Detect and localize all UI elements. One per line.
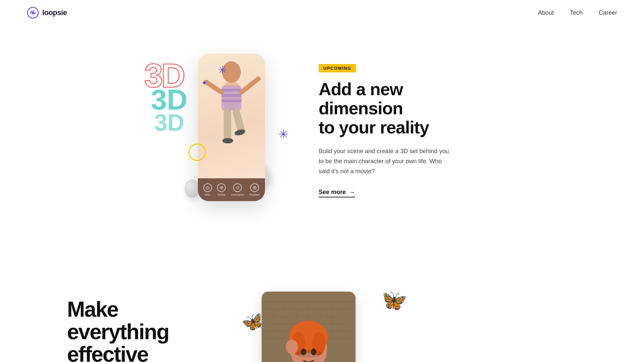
noise-symbol: ⊕ [220,185,223,190]
portrait-person [262,292,356,362]
logo-text: loopsie [42,8,67,17]
phone-nav-bar: ◎ Blur ⊕ Noise ⊙ [198,178,265,201]
number-3d-teal2: 3D [154,112,184,133]
description-3d: Build your scene and create a 3D set beh… [319,146,453,176]
content-3d-section: UPCOMING Add a new dimension to your rea… [319,64,480,198]
phone-screen: ◎ Blur ⊕ Noise ⊙ [198,54,265,201]
svg-point-40 [286,340,298,354]
heading-line2: to your reality [319,118,429,137]
animation-icon: ⊙ [233,183,242,192]
phone-visual: 3D 3D 3D ✳ ✦ ✳ [164,47,278,215]
main-content: 3D 3D 3D ✳ ✦ ✳ [0,0,644,362]
blur-symbol: ◎ [206,185,209,190]
dancer-figure [200,54,263,171]
blur-icon: ◎ [203,183,212,192]
nav-about[interactable]: About [538,9,554,16]
explore-label: Explore [250,193,260,196]
portrait-card [262,292,356,362]
svg-rect-6 [221,94,241,97]
star-decoration-right: ✳ [278,127,288,141]
section-butterflies: Make everything effective [0,278,644,362]
noise-label: Noise [218,193,225,196]
explore-icon: ⊞ [250,183,259,192]
upcoming-badge: UPCOMING [319,64,356,72]
see-more-text: See more [319,189,346,196]
decorative-blob-2 [184,179,200,198]
bar-explore: ⊞ Explore [250,183,260,196]
svg-point-42 [295,350,322,358]
animation-label: Animation [231,193,244,196]
logo-icon [27,7,39,19]
butterfly-visual: 🦋 🦋 🦋 [248,292,409,362]
svg-line-9 [206,82,221,92]
bar-blur: ◎ Blur [203,183,212,196]
noise-icon: ⊕ [217,183,226,192]
see-more-link[interactable]: See more → [319,188,355,197]
svg-point-13 [222,138,233,143]
bar-animation: ⊙ Animation [231,183,244,196]
star-decoration-small: ✦ [201,79,207,87]
heading-line1: Add a new dimension [319,79,403,118]
butterfly-heading-line1: Make everything [67,297,169,344]
number-3d-teal: 3D [151,87,187,113]
nav-tech[interactable]: Tech [570,9,583,16]
logo[interactable]: loopsie [27,7,67,19]
butterfly-icon-right-top: 🦋 [377,285,409,315]
blur-label: Blur [205,193,210,196]
navigation: loopsie About Tech Career [0,0,644,25]
svg-rect-7 [221,100,241,102]
see-more-arrow-icon: → [348,188,355,196]
phone-mockup: ◎ Blur ⊕ Noise ⊙ [198,54,265,201]
section-3d: 3D 3D 3D ✳ ✦ ✳ [0,27,644,235]
butterfly-heading-line2: effective [67,342,148,362]
nav-links: About Tech Career [538,9,617,16]
cursor-circle-indicator [189,143,206,161]
svg-line-10 [241,79,258,92]
explore-symbol: ⊞ [253,185,257,190]
heading-butterfly: Make everything effective [67,298,208,362]
star-decoration-top: ✳ [218,64,227,76]
heading-3d: Add a new dimension to your reality [319,80,480,137]
svg-rect-5 [221,89,241,92]
section-spacer [0,235,644,278]
bar-noise: ⊕ Noise [217,183,226,196]
butterfly-text: Make everything effective [67,292,208,362]
nav-career[interactable]: Career [599,9,617,16]
svg-rect-11 [224,109,231,142]
animation-symbol: ⊙ [236,185,239,190]
